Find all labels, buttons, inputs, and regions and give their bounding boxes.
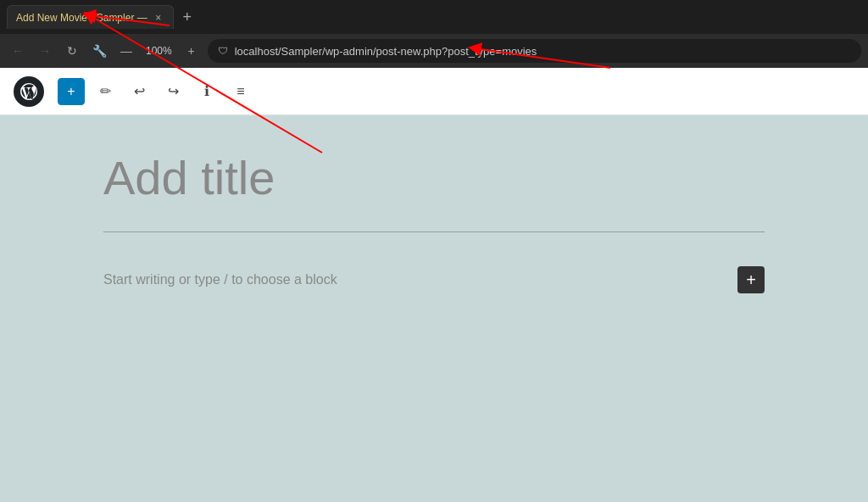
edit-icon: ✏ xyxy=(100,83,111,99)
block-start-area: Start writing or type / to choose a bloc… xyxy=(103,266,765,293)
redo-icon: ↪ xyxy=(168,83,179,99)
forward-button[interactable]: → xyxy=(34,40,56,62)
separator-icon: — xyxy=(115,40,137,62)
edit-toolbar-button[interactable]: ✏ xyxy=(92,78,119,105)
wp-logo-icon xyxy=(20,83,37,100)
info-toolbar-button[interactable]: ℹ xyxy=(193,78,220,105)
info-icon: ℹ xyxy=(204,83,209,99)
post-title-placeholder[interactable]: Add title xyxy=(103,149,765,206)
redo-toolbar-button[interactable]: ↪ xyxy=(159,78,186,105)
zoom-level: 100% xyxy=(142,45,175,57)
url-text: localhost/Sampler/wp-admin/post-new.php?… xyxy=(235,45,851,58)
new-tab-button[interactable]: + xyxy=(177,7,198,27)
navigation-bar: ← → ↻ 🔧 — 100% + 🛡 localhost/Sampler/wp-… xyxy=(0,34,868,68)
tools-icon: 🔧 xyxy=(92,44,107,58)
add-block-icon: + xyxy=(67,84,75,99)
tools-button[interactable]: 🔧 xyxy=(88,40,110,62)
back-button[interactable]: ← xyxy=(7,40,29,62)
menu-icon: ≡ xyxy=(236,84,244,99)
menu-toolbar-button[interactable]: ≡ xyxy=(227,78,254,105)
shield-icon: 🛡 xyxy=(218,45,228,57)
editor-content: Add title Start writing or type / to cho… xyxy=(53,149,815,293)
reload-icon: ↻ xyxy=(67,44,77,58)
new-tab-nav-button[interactable]: + xyxy=(181,40,203,62)
block-start-text[interactable]: Start writing or type / to choose a bloc… xyxy=(103,272,337,287)
add-block-button[interactable]: + xyxy=(737,266,765,293)
tab-close-button[interactable]: × xyxy=(153,12,164,24)
undo-toolbar-button[interactable]: ↩ xyxy=(125,78,153,105)
wordpress-logo[interactable] xyxy=(14,76,44,107)
reload-button[interactable]: ↻ xyxy=(61,40,83,62)
back-icon: ← xyxy=(12,44,24,58)
active-tab[interactable]: Add New Movie ‹ Sampler — × xyxy=(7,5,174,29)
address-bar[interactable]: 🛡 localhost/Sampler/wp-admin/post-new.ph… xyxy=(208,39,861,63)
add-block-plus-icon: + xyxy=(746,271,756,290)
wp-editor-toolbar: + ✏ ↩ ↪ ℹ ≡ xyxy=(0,68,868,115)
tab-title: Add New Movie ‹ Sampler — xyxy=(16,12,147,24)
add-block-toolbar-button[interactable]: + xyxy=(58,78,85,105)
forward-icon: → xyxy=(39,44,51,58)
tab-bar: Add New Movie ‹ Sampler — × + xyxy=(0,0,868,34)
undo-icon: ↩ xyxy=(134,83,145,99)
title-divider xyxy=(103,231,765,232)
dash-icon: — xyxy=(120,44,132,58)
editor-area: Add title Start writing or type / to cho… xyxy=(0,115,868,502)
plus-nav-icon: + xyxy=(188,44,195,58)
